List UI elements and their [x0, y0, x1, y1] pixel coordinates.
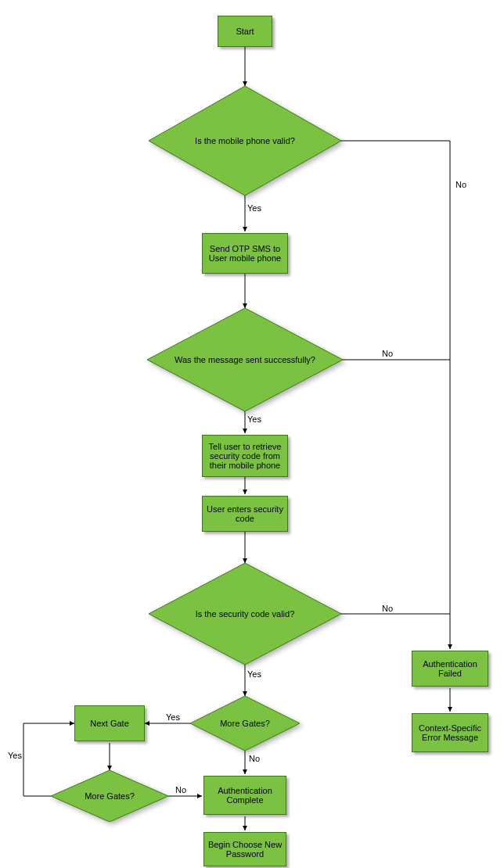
error-msg-label: Context-Specific Error Message: [416, 723, 484, 742]
edge-code-valid-yes: Yes: [247, 669, 261, 679]
edge-phone-valid-yes: Yes: [247, 203, 261, 213]
more-gates-top-decision: More Gates?: [190, 696, 300, 751]
auth-failed-label: Authentication Failed: [416, 659, 484, 678]
begin-choose-label: Begin Choose New Password: [207, 840, 283, 859]
phone-valid-label: Is the mobile phone valid?: [195, 136, 295, 145]
send-otp-node: Send OTP SMS to User mobile phone: [202, 233, 288, 274]
send-otp-label: Send OTP SMS to User mobile phone: [206, 244, 284, 263]
more-gates-bottom-decision: More Gates?: [51, 770, 168, 822]
auth-complete-label: Authentication Complete: [207, 786, 283, 805]
edge-more-gates-top-yes: Yes: [166, 712, 180, 722]
auth-failed-node: Authentication Failed: [412, 651, 488, 687]
edge-phone-valid-no: No: [455, 180, 466, 189]
edge-code-valid-no: No: [382, 604, 393, 613]
start-node: Start: [218, 16, 272, 47]
more-gates-top-label: More Gates?: [220, 719, 270, 728]
code-valid-decision: Is the security code valid?: [149, 563, 341, 665]
phone-valid-decision: Is the mobile phone valid?: [149, 86, 341, 195]
next-gate-node: Next Gate: [74, 705, 145, 741]
tell-user-node: Tell user to retrieve security code from…: [202, 435, 288, 477]
edge-msg-sent-no: No: [382, 349, 393, 358]
edge-more-gates-bottom-yes: Yes: [8, 751, 22, 760]
user-enters-node: User enters security code: [202, 496, 288, 532]
error-msg-node: Context-Specific Error Message: [412, 713, 488, 752]
next-gate-label: Next Gate: [90, 719, 129, 728]
msg-sent-decision: Was the message sent successfully?: [147, 308, 343, 411]
msg-sent-label: Was the message sent successfully?: [175, 355, 315, 364]
edge-msg-sent-yes: Yes: [247, 414, 261, 424]
tell-user-label: Tell user to retrieve security code from…: [206, 442, 284, 470]
user-enters-label: User enters security code: [206, 504, 284, 523]
begin-choose-node: Begin Choose New Password: [203, 832, 286, 866]
auth-complete-node: Authentication Complete: [203, 776, 286, 815]
start-label: Start: [236, 27, 254, 36]
edge-more-gates-top-no: No: [249, 754, 260, 763]
code-valid-label: Is the security code valid?: [196, 609, 295, 619]
edge-more-gates-bottom-no: No: [175, 785, 186, 794]
more-gates-bottom-label: More Gates?: [85, 791, 135, 801]
